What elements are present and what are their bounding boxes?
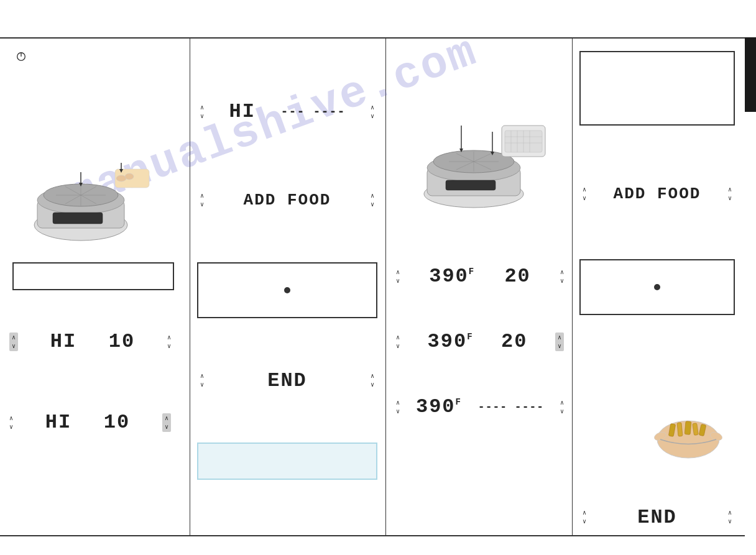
column-3: ∧ ∨ 390F 20 ∧ ∨ ∧ ∨ 390F 20 ∧ ∨ — [387, 39, 572, 535]
down-arrow: ∨ — [396, 408, 400, 415]
temp-label-2: 390F — [428, 330, 474, 353]
text-box-3-blue — [197, 443, 377, 480]
down-arrow: ∨ — [396, 277, 400, 285]
text-box-1 — [12, 262, 174, 290]
up-arrow: ∧ — [200, 192, 204, 200]
display-add-food-2: ∧ ∨ ADD FOOD ∧ ∨ — [579, 175, 735, 213]
dashes-label-3: ---- ---- — [478, 401, 544, 413]
dashes-label: --- ---- — [280, 104, 345, 119]
page-container: manualshive.com — [0, 0, 756, 555]
text-box-5 — [579, 259, 735, 315]
indicator-dot — [284, 287, 290, 293]
up-arrow: ∧ — [728, 509, 732, 516]
column-1: ∧ ∨ HI 10 ∧ ∨ ∧ ∨ HI 10 ∧ ∨ — [0, 39, 190, 535]
up-arrow: ∧ — [371, 192, 374, 200]
display-hi-10-highlight-left: ∧ ∨ HI 10 ∧ ∨ — [6, 324, 174, 359]
down-arrow: ∨ — [167, 342, 171, 350]
up-down-left-390-2: ∧ ∨ — [396, 334, 400, 350]
down-arrow: ∨ — [12, 342, 16, 350]
down-arrow: ∨ — [371, 112, 374, 120]
up-down-right-1: ∧ ∨ — [167, 334, 171, 350]
up-arrow: ∧ — [396, 399, 400, 406]
up-arrow: ∧ — [12, 334, 16, 341]
up-down-left-addfood2: ∧ ∨ — [583, 186, 586, 202]
appliance-image-2 — [405, 113, 555, 213]
display-10-label-2: 10 — [104, 411, 130, 434]
up-down-left-end2: ∧ ∨ — [583, 509, 586, 525]
display-hi-label: HI — [50, 330, 76, 353]
add-food-label: ADD FOOD — [244, 191, 331, 209]
up-arrow: ∧ — [558, 334, 561, 341]
indicator-dot-2 — [654, 284, 660, 290]
time-label-1: 20 — [504, 265, 530, 288]
down-arrow: ∨ — [9, 423, 13, 431]
up-arrow: ∧ — [9, 415, 13, 422]
power-icon — [16, 51, 28, 63]
down-arrow: ∨ — [396, 342, 400, 350]
display-hi-label-2: HI — [45, 411, 71, 434]
appliance-image-1 — [19, 150, 162, 250]
divider-3 — [572, 37, 573, 536]
up-down-left-1: ∧ ∨ — [9, 333, 18, 351]
down-arrow: ∨ — [560, 408, 564, 415]
time-label-2: 20 — [501, 330, 527, 353]
down-arrow: ∨ — [583, 518, 586, 525]
temp-label-1: 390F — [429, 265, 475, 288]
display-390-20-1: ∧ ∨ 390F 20 ∧ ∨ — [393, 259, 567, 293]
column-4: ∧ ∨ ADD FOOD ∧ ∨ — [573, 39, 744, 535]
up-down-right-390-d: ∧ ∨ — [560, 399, 564, 415]
up-arrow: ∧ — [371, 104, 374, 111]
down-arrow: ∨ — [371, 201, 374, 208]
up-arrow: ∧ — [728, 186, 732, 193]
down-arrow: ∨ — [200, 201, 204, 208]
up-down-right-2: ∧ ∨ — [162, 413, 171, 432]
divider-1 — [190, 37, 190, 536]
end-label: END — [267, 369, 307, 392]
up-down-right-addfood2: ∧ ∨ — [728, 186, 732, 202]
down-arrow: ∨ — [165, 423, 168, 431]
hi-label: HI — [229, 100, 256, 123]
svg-point-14 — [116, 175, 126, 181]
up-down-left-addfood: ∧ ∨ — [200, 192, 204, 208]
divider-2 — [385, 37, 386, 536]
down-arrow: ∨ — [728, 195, 732, 202]
up-down-right-addfood: ∧ ∨ — [371, 192, 374, 208]
up-arrow: ∧ — [560, 399, 564, 406]
display-390-20-2: ∧ ∨ 390F 20 ∧ ∨ — [393, 324, 567, 359]
display-390-dashes: ∧ ∨ 390F ---- ---- ∧ ∨ — [393, 390, 567, 424]
display-end-2: ∧ ∨ END ∧ ∨ — [579, 498, 735, 536]
up-down-left-390-d: ∧ ∨ — [396, 399, 400, 415]
column-2: ∧ ∨ HI --- ---- ∧ ∨ ∧ ∨ ADD FOOD ∧ ∨ — [191, 39, 385, 535]
display-hi-10-highlight-right: ∧ ∨ HI 10 ∧ ∨ — [6, 405, 174, 439]
up-arrow: ∧ — [371, 372, 374, 380]
down-arrow: ∨ — [583, 195, 586, 202]
up-arrow: ∧ — [396, 268, 400, 276]
up-down-right-end: ∧ ∨ — [371, 372, 374, 388]
svg-point-15 — [125, 173, 134, 180]
display-add-food: ∧ ∨ ADD FOOD ∧ ∨ — [197, 181, 377, 219]
text-box-2 — [197, 262, 377, 318]
svg-rect-26 — [446, 180, 496, 190]
up-arrow: ∧ — [165, 415, 168, 422]
up-arrow: ∧ — [560, 268, 564, 276]
up-down-left-end: ∧ ∨ — [200, 372, 204, 388]
up-down-right-hi: ∧ ∨ — [371, 104, 374, 120]
display-10-label: 10 — [109, 330, 135, 353]
up-arrow: ∧ — [583, 186, 586, 193]
end-label-2: END — [637, 506, 677, 529]
up-down-left-390-1: ∧ ∨ — [396, 268, 400, 285]
down-arrow: ∨ — [558, 342, 561, 350]
up-down-right-end2: ∧ ∨ — [728, 509, 732, 525]
food-image — [648, 405, 729, 474]
up-arrow: ∧ — [200, 104, 204, 111]
up-down-right-390-1: ∧ ∨ — [560, 268, 564, 285]
up-down-left-2: ∧ ∨ — [9, 415, 13, 431]
down-arrow: ∨ — [560, 277, 564, 285]
up-down-right-390-2: ∧ ∨ — [555, 333, 564, 351]
up-arrow: ∧ — [167, 334, 171, 341]
display-hi-dashes: ∧ ∨ HI --- ---- ∧ ∨ — [197, 94, 377, 129]
svg-rect-10 — [53, 213, 103, 224]
down-arrow: ∨ — [200, 112, 204, 120]
up-down-left-hi: ∧ ∨ — [200, 104, 204, 120]
up-arrow: ∧ — [200, 372, 204, 380]
